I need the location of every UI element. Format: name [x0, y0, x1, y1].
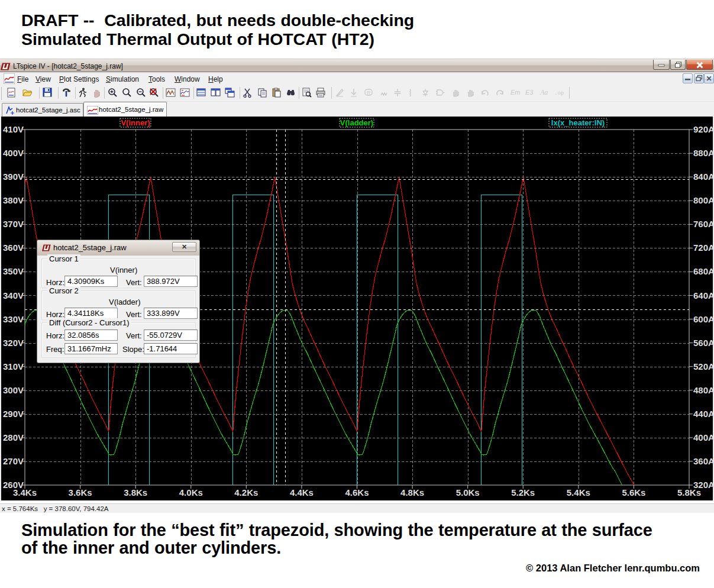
svg-text:5.8Ks: 5.8Ks [677, 487, 701, 497]
svg-text:840A: 840A [693, 172, 714, 182]
svg-text:360A: 360A [693, 456, 714, 466]
svg-text:Em: Em [511, 89, 521, 96]
svg-text:V(inner): V(inner) [121, 118, 150, 127]
svg-text:640A: 640A [693, 290, 714, 301]
svg-text:290V: 290V [3, 409, 24, 419]
svg-text:320V: 320V [3, 338, 24, 348]
svg-text:3.4Ks: 3.4Ks [13, 487, 37, 497]
svg-text:4.4Ks: 4.4Ks [290, 487, 314, 497]
svg-text:370V: 370V [3, 219, 24, 229]
svg-text:360V: 360V [3, 243, 24, 253]
svg-text:720A: 720A [693, 243, 714, 253]
svg-text:400V: 400V [3, 148, 24, 158]
svg-text:920A: 920A [693, 124, 714, 134]
svg-text:480A: 480A [693, 385, 714, 395]
svg-text:Aa: Aa [539, 88, 548, 96]
svg-text:350V: 350V [3, 266, 24, 276]
svg-text:560A: 560A [693, 338, 714, 348]
svg-text:4.0Ks: 4.0Ks [179, 487, 203, 497]
svg-text:300V: 300V [3, 385, 24, 395]
svg-text:5.2Ks: 5.2Ks [511, 487, 535, 497]
svg-text:3.6Ks: 3.6Ks [69, 487, 92, 497]
svg-text:Ix(x_heater:IN): Ix(x_heater:IN) [551, 118, 605, 127]
svg-text:880A: 880A [693, 148, 714, 158]
svg-text:5.4Ks: 5.4Ks [567, 487, 590, 497]
svg-text:R: R [367, 90, 371, 96]
svg-text:4.2Ks: 4.2Ks [234, 487, 258, 497]
svg-text:400A: 400A [693, 432, 714, 442]
svg-text:4.6Ks: 4.6Ks [345, 487, 369, 497]
svg-text:380V: 380V [3, 195, 24, 205]
svg-text:340V: 340V [3, 290, 24, 301]
svg-text:760A: 760A [693, 219, 714, 229]
svg-text:330V: 330V [3, 314, 24, 324]
svg-text:5.6Ks: 5.6Ks [622, 487, 645, 497]
svg-text:600A: 600A [693, 314, 714, 324]
svg-text:3.8Ks: 3.8Ks [124, 487, 147, 497]
svg-text:410V: 410V [3, 124, 24, 134]
svg-text:310V: 310V [3, 361, 24, 371]
svg-text:280V: 280V [3, 432, 24, 442]
svg-text:390V: 390V [3, 172, 24, 182]
svg-text:800A: 800A [693, 195, 714, 205]
svg-text:5.0Ks: 5.0Ks [456, 487, 480, 497]
svg-text:440A: 440A [693, 409, 714, 419]
svg-text:E3: E3 [525, 89, 534, 96]
svg-text:520A: 520A [693, 361, 714, 371]
svg-text:4.8Ks: 4.8Ks [400, 487, 424, 497]
svg-text:680A: 680A [693, 266, 714, 276]
svg-text:V(ladder): V(ladder) [340, 118, 373, 127]
svg-text:270V: 270V [3, 456, 24, 466]
svg-text:.op: .op [554, 91, 564, 96]
